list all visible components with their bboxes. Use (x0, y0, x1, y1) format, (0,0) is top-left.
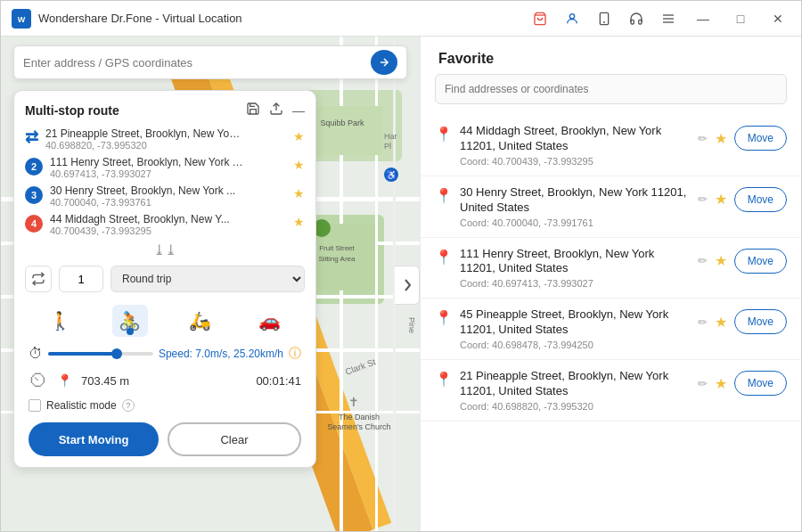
menu-icon[interactable] (659, 9, 678, 29)
fav-4-info: 45 Pineapple Street, Brooklyn, New York … (460, 307, 691, 350)
route-panel-title: Multi-stop route (25, 103, 119, 118)
maximize-button[interactable]: □ (728, 9, 753, 29)
search-submit-button[interactable] (371, 50, 397, 75)
fav-1-info: 44 Middagh Street, Brooklyn, New York 11… (460, 124, 691, 167)
fav-5-star-icon[interactable]: ★ (715, 375, 727, 392)
fav-5-edit-icon[interactable]: ✏ (698, 377, 708, 390)
fav-3-pin-icon: 📍 (435, 249, 453, 266)
search-input[interactable] (23, 56, 371, 70)
repeat-count-input[interactable] (59, 266, 103, 292)
stop-1-coord: 40.698820, -73.995320 (45, 140, 286, 151)
transport-mode-row: 🚶 🚴 🛵 🚗 (25, 301, 305, 340)
user-icon[interactable] (562, 9, 582, 29)
fav-5-coord: Coord: 40.698820, -73.995320 (460, 401, 691, 412)
fav-3-edit-icon[interactable]: ✏ (698, 254, 708, 267)
more-stops-indicator: ⤓⤓ (25, 241, 305, 258)
repeat-row: One-way Round trip Loop (25, 266, 305, 292)
route-stop-3: 3 30 Henry Street, Brooklyn, New York ..… (25, 184, 305, 208)
stop-3-number: 3 (25, 186, 43, 204)
fav-4-actions: ✏ ★ Move (698, 309, 787, 334)
minimize-button[interactable]: — (691, 9, 716, 29)
fav-3-star-icon[interactable]: ★ (715, 252, 727, 269)
fav-2-move-button[interactable]: Move (734, 187, 787, 212)
fav-4-move-button[interactable]: Move (734, 309, 787, 334)
fav-5-pin-icon: 📍 (435, 371, 453, 388)
speedometer-icon: ⏲ (29, 369, 48, 392)
panel-collapse-arrow[interactable] (395, 266, 420, 305)
speed-slider[interactable] (48, 352, 153, 356)
start-moving-button[interactable]: Start Moving (29, 422, 159, 456)
route-stop-1: ⇄ 21 Pineapple Street, Brooklyn, New Yor… (25, 127, 305, 151)
svg-text:Pine: Pine (407, 317, 416, 333)
route-export-icon[interactable] (269, 102, 283, 119)
car-mode-button[interactable]: 🚗 (252, 305, 288, 337)
fav-5-actions: ✏ ★ Move (698, 371, 787, 396)
fav-2-pin-icon: 📍 (435, 187, 453, 204)
fav-2-name: 30 Henry Street, Brooklyn, New York 1120… (460, 185, 691, 216)
distance-time: 00:01:41 (256, 374, 301, 388)
repeat-icon[interactable] (25, 266, 52, 292)
fav-2-edit-icon[interactable]: ✏ (698, 192, 708, 206)
action-buttons-row: Start Moving Clear (25, 422, 305, 456)
fav-3-info: 111 Henry Street, Brooklyn, New York 112… (460, 247, 691, 290)
favorite-search[interactable] (435, 74, 787, 104)
favorite-list: 📍 44 Middagh Street, Brooklyn, New York … (421, 115, 801, 532)
stop-4-star-icon[interactable]: ★ (293, 215, 305, 229)
fav-2-star-icon[interactable]: ★ (715, 191, 727, 208)
distance-value: 703.45 m (81, 374, 129, 388)
cycle-mode-button[interactable]: 🚴 (112, 305, 148, 337)
speed-info-icon[interactable]: ⓘ (289, 346, 301, 362)
route-header-icons: — (246, 102, 305, 119)
stop-3-address: 30 Henry Street, Brooklyn, New York ... (50, 184, 246, 197)
fav-4-star-icon[interactable]: ★ (715, 314, 727, 331)
fav-4-edit-icon[interactable]: ✏ (698, 315, 708, 329)
close-button[interactable]: ✕ (765, 9, 790, 29)
walk-mode-button[interactable]: 🚶 (42, 305, 78, 337)
location-pin-icon: 📍 (57, 373, 72, 388)
main-layout: Squibb Park Fruit Street Sitting Area Th… (1, 37, 801, 532)
svg-text:Har: Har (384, 132, 397, 141)
fav-1-edit-icon[interactable]: ✏ (698, 132, 708, 145)
svg-text:Squibb Park: Squibb Park (320, 119, 364, 127)
clear-button[interactable]: Clear (168, 422, 301, 456)
speed-gauge-icon: ⏱ (29, 346, 43, 362)
speed-slider-fill (48, 352, 117, 356)
fav-4-coord: Coord: 40.698478, -73.994250 (460, 340, 691, 350)
stop-1-info: 21 Pineapple Street, Brooklyn, New York … (45, 127, 286, 151)
fav-1-star-icon[interactable]: ★ (715, 130, 727, 147)
fav-2-info: 30 Henry Street, Brooklyn, New York 1120… (460, 185, 691, 228)
favorite-item-2: 📍 30 Henry Street, Brooklyn, New York 11… (421, 176, 801, 238)
stop-4-address: 44 Middagh Street, Brooklyn, New Y... (50, 213, 246, 225)
cart-icon[interactable] (530, 9, 550, 29)
stop-1-star-icon[interactable]: ★ (293, 129, 305, 143)
fav-3-move-button[interactable]: Move (734, 249, 787, 274)
stop-3-star-icon[interactable]: ★ (293, 186, 305, 201)
route-save-icon[interactable] (246, 102, 260, 119)
fav-1-move-button[interactable]: Move (734, 126, 787, 151)
search-bar[interactable] (13, 45, 407, 79)
favorite-search-input[interactable] (435, 74, 787, 104)
svg-text:♿: ♿ (386, 169, 397, 181)
title-bar: W Wondershare Dr.Fone - Virtual Location… (1, 1, 801, 37)
fav-5-info: 21 Pineapple Street, Brooklyn, New York … (460, 369, 691, 412)
route-collapse-icon[interactable]: — (292, 103, 305, 118)
realistic-mode-checkbox[interactable] (29, 399, 41, 412)
svg-text:Pl: Pl (384, 142, 391, 151)
realistic-mode-help-icon[interactable]: ? (122, 399, 135, 412)
trip-mode-select[interactable]: One-way Round trip Loop (110, 266, 305, 292)
app-logo: W (12, 9, 31, 29)
fav-5-move-button[interactable]: Move (734, 371, 787, 396)
favorite-item-5: 📍 21 Pineapple Street, Brooklyn, New Yor… (421, 360, 801, 422)
route-panel: Multi-stop route — ⇄ 21 Pineapple Street… (13, 90, 316, 468)
headset-icon[interactable] (626, 9, 646, 29)
stop-3-coord: 40.700040, -73.993761 (50, 197, 286, 208)
stop-2-info: 111 Henry Street, Brooklyn, New York Yor… (50, 156, 286, 179)
stop-1-arrow-icon: ⇄ (25, 127, 38, 147)
stop-2-star-icon[interactable]: ★ (293, 158, 305, 172)
svg-text:W: W (18, 15, 26, 24)
scooter-mode-button[interactable]: 🛵 (182, 305, 217, 337)
speed-slider-thumb (111, 348, 122, 359)
realistic-mode-row: Realistic mode ? (25, 399, 305, 412)
phone-icon[interactable] (594, 9, 614, 29)
fav-1-pin-icon: 📍 (435, 126, 453, 143)
